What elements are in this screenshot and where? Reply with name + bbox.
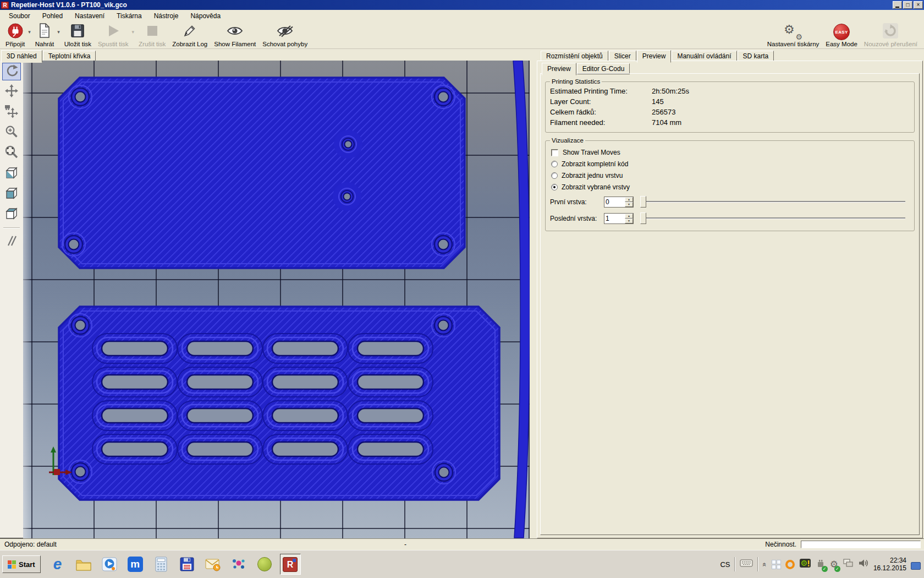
- last-layer-spin-down-icon[interactable]: ▼: [625, 219, 633, 223]
- maxthon-icon[interactable]: m: [125, 554, 146, 575]
- eye-icon: [226, 24, 244, 40]
- network-icon[interactable]: [843, 558, 854, 570]
- tab-object-placement[interactable]: Rozmístění objektů: [541, 51, 608, 62]
- first-layer-input[interactable]: [604, 197, 625, 207]
- internet-explorer-icon[interactable]: e: [47, 554, 68, 575]
- stat-label: Layer Count:: [550, 96, 652, 107]
- speaker-icon[interactable]: [858, 558, 869, 570]
- last-layer-slider-track[interactable]: [641, 217, 905, 219]
- minimize-button[interactable]: [893, 1, 902, 9]
- usb-eject-icon[interactable]: ✓: [816, 558, 826, 570]
- subtab-gcode-editor[interactable]: Editor G-Codu: [577, 63, 630, 74]
- show-log-button[interactable]: Zobrazit Log: [169, 23, 211, 48]
- get-windows10-icon[interactable]: [772, 560, 781, 569]
- menu-nastroje[interactable]: Nástroje: [148, 10, 184, 21]
- update-gear-icon[interactable]: ⚙ ✓: [830, 559, 838, 570]
- fit-view-button[interactable]: [2, 144, 21, 162]
- slic3r-icon[interactable]: [254, 554, 275, 575]
- show-filament-button[interactable]: Show Filament: [211, 23, 259, 48]
- load-dropdown-icon[interactable]: ▾: [57, 29, 60, 35]
- repetier-host-taskbar-icon[interactable]: R: [280, 554, 301, 575]
- load-button[interactable]: Nahrát: [32, 23, 58, 48]
- maximize-button[interactable]: □: [903, 1, 912, 9]
- menu-napoveda[interactable]: Nápověda: [185, 10, 226, 21]
- save-print-button[interactable]: Uložit tisk: [61, 23, 95, 48]
- view-toolbar: [0, 61, 23, 538]
- last-layer-input[interactable]: [604, 214, 625, 223]
- save-tool-icon[interactable]: [177, 554, 197, 575]
- tab-preview[interactable]: Preview: [637, 50, 672, 63]
- print-bed-canvas[interactable]: [23, 61, 530, 538]
- start-print-label: Spustit tisk: [98, 41, 129, 47]
- printing-statistics-title: Printing Statistics: [550, 78, 602, 85]
- tab-band: 3D náhledTeplotní křivka Rozmístění obje…: [0, 49, 924, 61]
- radio-show-single-layer[interactable]: [551, 172, 558, 179]
- menu-pohled[interactable]: Pohled: [37, 10, 68, 21]
- subtab-preview[interactable]: Preview: [542, 63, 576, 75]
- parallel-projection-button[interactable]: [2, 233, 21, 250]
- calculator-icon[interactable]: [151, 554, 172, 575]
- top-view-button[interactable]: [2, 205, 21, 223]
- radio-show-complete-code[interactable]: [551, 161, 558, 167]
- hidden-icons-chevron[interactable]: «: [761, 562, 769, 566]
- stat-value: 256573: [652, 107, 675, 117]
- outlook-icon[interactable]: [202, 554, 223, 575]
- easy-mode-button[interactable]: EASY Easy Mode: [822, 23, 861, 48]
- front-view-button[interactable]: [2, 185, 21, 203]
- system-tray: CS « ✓ ⚙ ✓: [720, 557, 924, 572]
- first-layer-spinbox[interactable]: ▲ ▼: [604, 197, 634, 208]
- move-view-button[interactable]: [2, 83, 21, 101]
- connection-status: Odpojeno: default: [4, 541, 57, 548]
- emergency-stop-label: Nouzové přerušení: [864, 41, 917, 47]
- zoom-in-button[interactable]: [2, 124, 21, 141]
- last-layer-slider-thumb[interactable]: [640, 212, 646, 224]
- printer-settings-button[interactable]: ⚙⚙ Nastavení tiskárny: [764, 23, 823, 48]
- show-desktop-button[interactable]: [911, 562, 921, 570]
- last-layer-spinbox[interactable]: ▲ ▼: [604, 213, 634, 224]
- tray-clock[interactable]: 22:34 16.12.2015: [873, 557, 906, 572]
- tab-manual-control[interactable]: Manuální ovládání: [672, 51, 736, 62]
- orange-ring-icon[interactable]: [785, 560, 795, 569]
- move-object-button[interactable]: [2, 103, 21, 121]
- show-filament-label: Show Filament: [214, 41, 256, 47]
- media-player-icon[interactable]: [99, 554, 120, 575]
- last-layer-spin-up-icon[interactable]: ▲: [625, 214, 633, 219]
- first-layer-spin-down-icon[interactable]: ▼: [625, 202, 633, 207]
- radio-show-layer-range[interactable]: [551, 184, 558, 190]
- last-layer-slider[interactable]: [640, 212, 906, 224]
- menubar: Soubor Pohled Nastavení Tiskárna Nástroj…: [0, 10, 924, 22]
- start-button[interactable]: Start: [2, 555, 41, 573]
- titlebar[interactable]: R Repetier-Host V1.0.6 - PT100_vik.gco □…: [0, 0, 924, 10]
- color-dots-app-icon[interactable]: [228, 554, 249, 575]
- connect-dropdown-icon[interactable]: ▾: [28, 29, 31, 35]
- show-travel-moves-checkbox[interactable]: [551, 149, 558, 156]
- menu-soubor[interactable]: Soubor: [3, 10, 36, 21]
- iso-view-button[interactable]: [2, 165, 21, 182]
- file-explorer-icon[interactable]: [73, 554, 94, 575]
- rotate-view-button[interactable]: [2, 63, 21, 80]
- stat-label: Estimated Printing Time:: [550, 86, 652, 96]
- printed-plate-top: [59, 78, 465, 268]
- stop-icon: [145, 24, 160, 40]
- first-layer-spin-up-icon[interactable]: ▲: [625, 197, 633, 202]
- tab-temp-curve[interactable]: Teplotní křivka: [43, 51, 96, 62]
- menu-tiskarna[interactable]: Tiskárna: [111, 10, 147, 21]
- radio-show-single-layer-label: Zobrazit jednu vrstvu: [562, 172, 623, 179]
- menu-nastaveni[interactable]: Nastavení: [69, 10, 110, 21]
- first-layer-slider-thumb[interactable]: [640, 196, 646, 208]
- panel-splitter[interactable]: [530, 61, 536, 538]
- windows-flag-icon: [8, 560, 16, 569]
- first-layer-slider[interactable]: [640, 196, 906, 208]
- tab-sd-card[interactable]: SD karta: [738, 51, 774, 62]
- connect-button[interactable]: Připojit: [2, 23, 28, 48]
- hide-travel-button[interactable]: Schovat pohyby: [259, 23, 311, 48]
- tab-3d-view[interactable]: 3D náhled: [1, 50, 42, 63]
- first-layer-slider-track[interactable]: [641, 201, 905, 203]
- tray-date: 16.12.2015: [873, 564, 906, 572]
- close-button[interactable]: ×: [914, 1, 923, 9]
- language-indicator[interactable]: CS: [720, 560, 730, 569]
- statusbar: Odpojeno: default - Nečinnost.: [0, 538, 924, 550]
- nvidia-icon[interactable]: [799, 558, 811, 570]
- keyboard-icon[interactable]: [740, 559, 753, 570]
- tab-slicer[interactable]: Slicer: [609, 51, 636, 62]
